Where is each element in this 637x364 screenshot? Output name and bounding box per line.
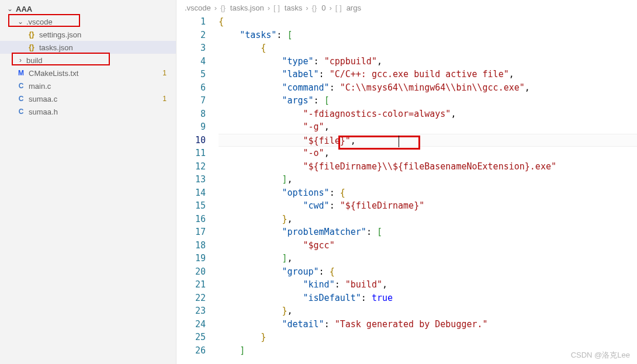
- breadcrumb[interactable]: .vscode › {} tasks.json › [ ] tasks › {}…: [176, 0, 637, 15]
- c-icon: C: [16, 82, 26, 90]
- file-label: sumaa.c: [29, 95, 57, 103]
- file-explorer: ⌄ AAA ⌄ .vscode {} settings.json {} task…: [0, 0, 176, 364]
- folder-label: build: [26, 56, 42, 65]
- code-content[interactable]: { "tasks": [ { "type": "cppbuild", "labe…: [216, 15, 637, 364]
- json-icon: {}: [220, 4, 226, 12]
- file-sumaa-c[interactable]: C sumaa.c 1: [0, 92, 176, 105]
- chevron-right-icon: ›: [16, 56, 25, 64]
- root-label: AAA: [16, 5, 32, 13]
- cmake-icon: M: [16, 69, 26, 77]
- tree-root[interactable]: ⌄ AAA: [0, 2, 176, 15]
- chevron-down-icon: ⌄: [6, 5, 14, 13]
- json-icon: {}: [27, 43, 36, 51]
- array-icon: [ ]: [335, 4, 342, 12]
- code-editor[interactable]: 1234567891011121314151617181920212223242…: [176, 15, 637, 364]
- c-icon: C: [16, 108, 26, 116]
- c-icon: C: [16, 95, 26, 103]
- problem-count: 1: [162, 69, 167, 77]
- file-tasks-json[interactable]: {} tasks.json: [0, 41, 176, 54]
- editor-panel: .vscode › {} tasks.json › [ ] tasks › {}…: [176, 0, 637, 364]
- json-icon: {}: [27, 30, 36, 39]
- folder-build[interactable]: › build: [0, 54, 176, 67]
- breadcrumb-item[interactable]: 0: [321, 4, 326, 12]
- line-numbers: 1234567891011121314151617181920212223242…: [176, 15, 216, 364]
- file-label: tasks.json: [39, 43, 73, 52]
- chevron-right-icon: ›: [214, 4, 217, 12]
- file-label: settings.json: [39, 30, 81, 39]
- problem-count: 1: [162, 95, 167, 103]
- breadcrumb-item[interactable]: args: [347, 4, 361, 12]
- chevron-right-icon: ›: [329, 4, 331, 12]
- array-icon: [ ]: [274, 4, 280, 12]
- file-label: main.c: [29, 82, 51, 91]
- file-settings-json[interactable]: {} settings.json: [0, 28, 176, 41]
- file-main-c[interactable]: C main.c: [0, 79, 176, 92]
- object-icon: {}: [312, 4, 317, 12]
- file-label: CMakeLists.txt: [29, 69, 78, 78]
- text-cursor: [399, 136, 399, 147]
- chevron-right-icon: ›: [268, 4, 270, 12]
- breadcrumb-item[interactable]: tasks: [285, 4, 302, 12]
- file-sumaa-h[interactable]: C sumaa.h: [0, 105, 176, 118]
- breadcrumb-item[interactable]: .vscode: [185, 4, 211, 12]
- file-cmakelists[interactable]: M CMakeLists.txt 1: [0, 67, 176, 79]
- highlight-box: [8, 14, 80, 27]
- highlight-box: [338, 136, 420, 150]
- breadcrumb-item[interactable]: tasks.json: [230, 4, 264, 12]
- watermark: CSDN @洛克Lee: [571, 350, 630, 360]
- file-label: sumaa.h: [29, 108, 58, 116]
- chevron-right-icon: ›: [306, 4, 308, 12]
